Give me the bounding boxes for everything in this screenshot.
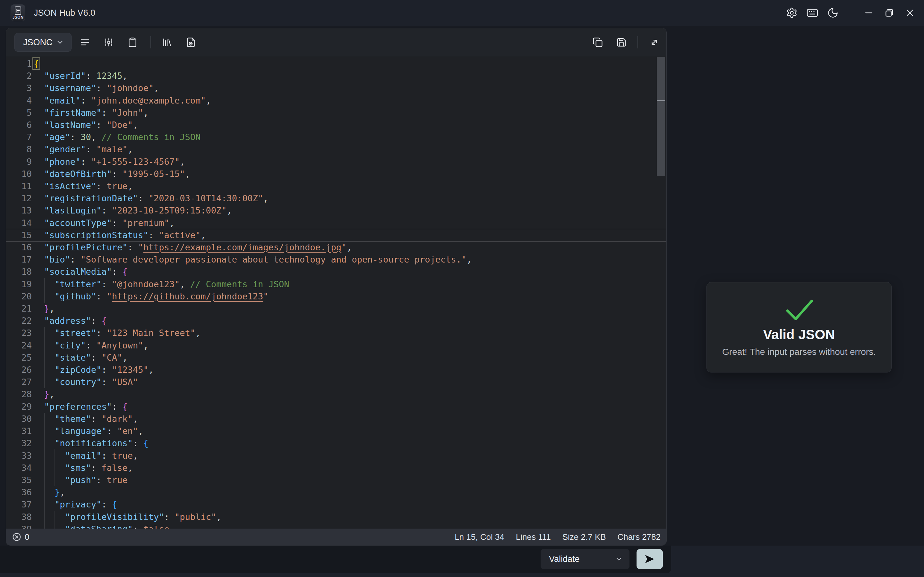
paste-button[interactable] bbox=[124, 33, 142, 51]
scrollbar-cursor-marker bbox=[657, 100, 665, 101]
editor-toolbar: JSONC bbox=[6, 28, 666, 56]
line-content: "address": { bbox=[34, 315, 107, 327]
toolbar-right-actions bbox=[589, 33, 666, 51]
line-content: "phone": "+1-555-123-4567", bbox=[34, 156, 185, 168]
code-line[interactable]: 20 "github": "https://github.com/johndoe… bbox=[6, 290, 666, 303]
code-line[interactable]: 34 "sms": false, bbox=[6, 462, 666, 474]
code-line[interactable]: 25 "state": "CA", bbox=[6, 351, 666, 364]
expand-button[interactable] bbox=[645, 33, 663, 51]
code-line[interactable]: 37 "privacy": { bbox=[6, 498, 666, 511]
code-line[interactable]: 31 "language": "en", bbox=[6, 425, 666, 437]
line-content: "notifications": { bbox=[34, 437, 149, 450]
code-line[interactable]: 21 }, bbox=[6, 303, 666, 315]
code-line[interactable]: 14 "accountType": "premium", bbox=[6, 217, 666, 229]
line-content: "socialMedia": { bbox=[34, 266, 128, 278]
line-content: "registrationDate": "2020-03-10T14:30:00… bbox=[34, 192, 268, 205]
send-icon bbox=[644, 553, 656, 565]
line-content: { bbox=[34, 58, 39, 70]
line-content: "twitter": "@johndoe123", // Comments in… bbox=[34, 278, 289, 290]
compact-icon bbox=[103, 37, 114, 47]
code-line[interactable]: 8 "gender": "male", bbox=[6, 143, 666, 155]
line-content: "street": "123 Main Street", bbox=[34, 327, 200, 339]
close-button[interactable] bbox=[900, 3, 920, 23]
code-line[interactable]: 29 "preferences": { bbox=[6, 401, 666, 413]
code-line[interactable]: 2 "userId": 12345, bbox=[6, 70, 666, 82]
line-content: "bio": "Software developer passionate ab… bbox=[34, 253, 472, 266]
toolbar-divider bbox=[638, 36, 638, 48]
code-line[interactable]: 13 "lastLogin": "2023-10-25T09:15:00Z", bbox=[6, 205, 666, 217]
code-line[interactable]: 11 "isActive": true, bbox=[6, 180, 666, 192]
format-button[interactable] bbox=[76, 33, 94, 51]
code-line[interactable]: 39 "dataSharing": false, bbox=[6, 523, 666, 529]
code-line[interactable]: 19 "twitter": "@johndoe123", // Comments… bbox=[6, 278, 666, 290]
code-line[interactable]: 1{ bbox=[6, 58, 666, 70]
code-line[interactable]: 6 "lastName": "Doe", bbox=[6, 119, 666, 131]
code-line[interactable]: 16 "profilePicture": "https://example.co… bbox=[6, 242, 666, 253]
code-line[interactable]: 17 "bio": "Software developer passionate… bbox=[6, 253, 666, 266]
convert-button[interactable] bbox=[182, 33, 200, 51]
maximize-button[interactable] bbox=[879, 3, 900, 23]
cursor-position: Ln 15, Col 34 bbox=[455, 532, 504, 542]
validation-title: Valid JSON bbox=[763, 327, 835, 342]
line-number: 12 bbox=[6, 192, 32, 205]
code-line[interactable]: 35 "push": true bbox=[6, 474, 666, 486]
code-line[interactable]: 33 "email": true, bbox=[6, 450, 666, 462]
action-selector[interactable]: Validate bbox=[541, 549, 630, 569]
file-convert-icon bbox=[186, 37, 196, 47]
code-line[interactable]: 15 "subscriptionStatus": "active", bbox=[6, 229, 666, 242]
line-number: 15 bbox=[6, 229, 32, 242]
code-line[interactable]: 22 "address": { bbox=[6, 315, 666, 327]
code-line[interactable]: 24 "city": "Anytown", bbox=[6, 340, 666, 351]
code-editor[interactable]: 1{2 "userId": 12345,3 "username": "johnd… bbox=[6, 56, 666, 529]
code-line[interactable]: 18 "socialMedia": { bbox=[6, 266, 666, 278]
copy-icon bbox=[593, 37, 603, 47]
copy-button[interactable] bbox=[589, 33, 607, 51]
json-file-icon bbox=[15, 6, 21, 15]
line-content: "subscriptionStatus": "active", bbox=[34, 229, 206, 242]
line-content: "github": "https://github.com/johndoe123… bbox=[34, 290, 268, 303]
line-content: "lastName": "Doe", bbox=[34, 119, 138, 131]
keyboard-button[interactable] bbox=[802, 3, 822, 23]
code-line[interactable]: 28 }, bbox=[6, 388, 666, 400]
code-line[interactable]: 9 "phone": "+1-555-123-4567", bbox=[6, 156, 666, 168]
circle-x-icon bbox=[12, 532, 21, 542]
line-content: "preferences": { bbox=[34, 401, 128, 413]
app-logo-label: JSON bbox=[13, 15, 24, 19]
language-selector[interactable]: JSONC bbox=[15, 33, 71, 52]
code-line[interactable]: 5 "firstName": "John", bbox=[6, 107, 666, 119]
code-line[interactable]: 3 "username": "johndoe", bbox=[6, 82, 666, 94]
code-line[interactable]: 26 "zipCode": "12345", bbox=[6, 364, 666, 376]
settings-button[interactable] bbox=[782, 3, 802, 23]
line-number: 32 bbox=[6, 437, 32, 450]
code-line[interactable]: 38 "profileVisibility": "public", bbox=[6, 511, 666, 523]
code-line[interactable]: 12 "registrationDate": "2020-03-10T14:30… bbox=[6, 192, 666, 205]
compact-button[interactable] bbox=[100, 33, 118, 51]
error-count: 0 bbox=[25, 532, 29, 542]
minimize-button[interactable] bbox=[859, 3, 879, 23]
code-line[interactable]: 23 "street": "123 Main Street", bbox=[6, 327, 666, 339]
theme-toggle-button[interactable] bbox=[822, 3, 843, 23]
code-line[interactable]: 4 "email": "john.doe@example.com", bbox=[6, 95, 666, 107]
line-number: 13 bbox=[6, 205, 32, 217]
line-number: 38 bbox=[6, 511, 32, 523]
line-number: 28 bbox=[6, 388, 32, 400]
line-number: 25 bbox=[6, 351, 32, 364]
code-line[interactable]: 10 "dateOfBirth": "1995-05-15", bbox=[6, 168, 666, 180]
run-button[interactable] bbox=[636, 549, 663, 569]
code-line[interactable]: 32 "notifications": { bbox=[6, 437, 666, 450]
line-number: 29 bbox=[6, 401, 32, 413]
line-content: "profilePicture": "https://example.com/i… bbox=[34, 242, 352, 253]
line-number: 30 bbox=[6, 413, 32, 425]
code-line[interactable]: 30 "theme": "dark", bbox=[6, 413, 666, 425]
scrollbar-thumb[interactable] bbox=[657, 57, 665, 176]
app-logo: JSON bbox=[11, 5, 25, 21]
code-line[interactable]: 36 }, bbox=[6, 486, 666, 498]
code-line[interactable]: 7 "age": 30, // Comments in JSON bbox=[6, 131, 666, 143]
library-button[interactable] bbox=[158, 33, 176, 51]
line-content: "profileVisibility": "public", bbox=[34, 511, 221, 523]
line-content: "lastLogin": "2023-10-25T09:15:00Z", bbox=[34, 205, 232, 217]
validation-message: Great! The input parses without errors. bbox=[722, 347, 876, 357]
gear-icon bbox=[786, 7, 798, 19]
code-line[interactable]: 27 "country": "USA" bbox=[6, 376, 666, 388]
save-button[interactable] bbox=[612, 33, 630, 51]
